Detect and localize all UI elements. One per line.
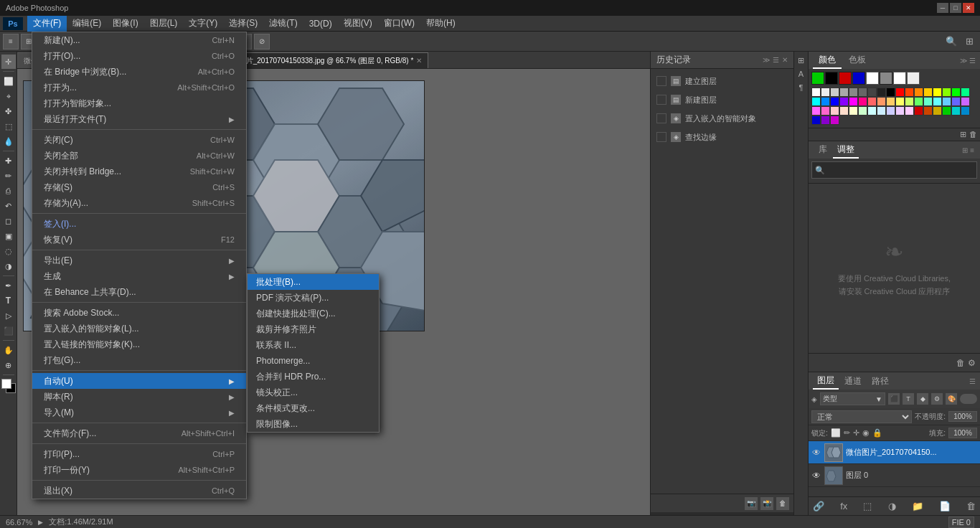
blend-mode-select[interactable]: 正常 bbox=[811, 410, 912, 423]
hand-tool[interactable]: ✋ bbox=[1, 343, 16, 357]
filter-icon-btn3[interactable]: ◆ bbox=[917, 393, 928, 405]
gradient-tool[interactable]: ▣ bbox=[1, 229, 16, 243]
ps-r1[interactable] bbox=[895, 88, 905, 97]
3d-mode-btn5[interactable]: ⊘ bbox=[254, 34, 270, 50]
ps-vlbl1[interactable] bbox=[886, 106, 895, 116]
filter-icon-btn1[interactable]: ⬛ bbox=[888, 393, 900, 405]
ps-dpu1[interactable] bbox=[821, 116, 830, 125]
ps-cy1[interactable] bbox=[811, 97, 821, 106]
ps-g3[interactable] bbox=[839, 88, 849, 97]
ps-dlb1[interactable] bbox=[961, 106, 970, 116]
swatch-blue[interactable] bbox=[852, 72, 865, 85]
menu-file[interactable]: 文件(F) bbox=[27, 16, 67, 32]
ps-lmg1[interactable] bbox=[811, 106, 821, 116]
ps-gn1[interactable] bbox=[951, 88, 961, 97]
path-select-tool[interactable]: ▷ bbox=[1, 308, 16, 323]
sm-photomerge[interactable]: Photomerge... bbox=[248, 353, 379, 369]
link-layers-btn[interactable]: 🔗 bbox=[813, 501, 824, 512]
brush-tool[interactable]: ✏ bbox=[1, 169, 16, 183]
layer-1-vis[interactable]: 👁 bbox=[811, 448, 821, 458]
sm-cond-mode[interactable]: 条件模式更改... bbox=[248, 400, 379, 416]
fm-close-all[interactable]: 关闭全部 Alt+Ctrl+W bbox=[32, 148, 246, 164]
tab-2-close[interactable]: ✕ bbox=[416, 57, 422, 65]
fill-input[interactable] bbox=[948, 428, 977, 438]
swatch-gray[interactable] bbox=[880, 72, 892, 85]
ps-dbl1[interactable] bbox=[811, 116, 821, 125]
ps-pu1[interactable] bbox=[839, 97, 849, 106]
menu-select[interactable]: 选择(S) bbox=[223, 16, 263, 32]
color-menu-icon[interactable]: ☰ bbox=[969, 57, 976, 65]
library-tab[interactable]: 库 bbox=[814, 142, 831, 159]
ps-dy1[interactable] bbox=[933, 106, 942, 116]
tool-opt-1[interactable]: ≡ bbox=[3, 34, 19, 50]
lib-trash-btn[interactable]: 🗑 bbox=[956, 358, 965, 368]
sm-crop-photos[interactable]: 裁剪并修齐照片 bbox=[248, 321, 379, 337]
swatch-red[interactable] bbox=[839, 72, 852, 85]
fm-automate[interactable]: 自动(U) ▶ bbox=[32, 373, 246, 389]
ps-lpu1[interactable] bbox=[961, 97, 970, 106]
fm-open-as[interactable]: 打开为... Alt+Shift+Ctrl+O bbox=[32, 80, 246, 95]
ps-lgn1[interactable] bbox=[914, 97, 923, 106]
fm-bridge[interactable]: 在 Bridge 中浏览(B)... Alt+Ctrl+O bbox=[32, 64, 246, 80]
menu-filter[interactable]: 滤镜(T) bbox=[263, 16, 303, 32]
dodge-tool[interactable]: ◑ bbox=[1, 259, 16, 273]
color-tab-palette[interactable]: 色板 bbox=[843, 52, 872, 69]
layers-tab-channels[interactable]: 通道 bbox=[840, 374, 866, 389]
fm-search-stock[interactable]: 搜索 Adobe Stock... bbox=[32, 305, 246, 321]
grid-icon[interactable]: ⊞ bbox=[961, 34, 977, 50]
menu-text[interactable]: 文字(Y) bbox=[183, 16, 223, 32]
ps-llb1[interactable] bbox=[942, 97, 951, 106]
clone-tool[interactable]: ⎙ bbox=[1, 184, 16, 198]
menu-layer[interactable]: 图层(L) bbox=[144, 16, 184, 32]
filter-icon-btn4[interactable]: ⚙ bbox=[931, 393, 943, 405]
fm-exit[interactable]: 退出(X) Ctrl+Q bbox=[32, 483, 246, 499]
fm-revert[interactable]: 恢复(V) F12 bbox=[32, 232, 246, 248]
ps-lpk1[interactable] bbox=[821, 106, 830, 116]
ps-vly1[interactable] bbox=[849, 106, 858, 116]
text-tool[interactable]: T bbox=[1, 293, 16, 308]
fm-print-one[interactable]: 打印一份(Y) Alt+Shift+Ctrl+P bbox=[32, 462, 246, 478]
history-brush-tool[interactable]: ↶ bbox=[1, 199, 16, 213]
quick-select-tool[interactable]: ✤ bbox=[1, 104, 16, 118]
lasso-tool[interactable]: ⌖ bbox=[1, 89, 16, 103]
marquee-tool[interactable]: ⬜ bbox=[1, 74, 16, 88]
menu-image[interactable]: 图像(I) bbox=[107, 16, 143, 32]
lock-paint-btn[interactable]: ✏ bbox=[844, 428, 850, 438]
ps-vlpu1[interactable] bbox=[895, 106, 905, 116]
fg-bg-colors[interactable] bbox=[1, 379, 16, 393]
add-mask-btn[interactable]: ⬚ bbox=[863, 501, 872, 512]
tab-2[interactable]: 微信图片_20170704150338.jpg @ 66.7% (图层 0, R… bbox=[218, 52, 429, 68]
menu-edit[interactable]: 编辑(E) bbox=[67, 16, 107, 32]
restore-btn[interactable]: □ bbox=[950, 3, 961, 13]
fm-checkin[interactable]: 签入(I)... bbox=[32, 216, 246, 232]
fm-save[interactable]: 存储(S) Ctrl+S bbox=[32, 179, 246, 195]
ps-y1[interactable] bbox=[923, 88, 933, 97]
ps-g7[interactable] bbox=[877, 88, 886, 97]
ps-lb1[interactable] bbox=[821, 97, 830, 106]
new-swatch-btn[interactable]: ⊞ bbox=[960, 130, 966, 139]
fm-package[interactable]: 打包(G)... bbox=[32, 352, 246, 368]
sm-fit-image[interactable]: 限制图像... bbox=[248, 416, 379, 432]
rtool-2[interactable]: A bbox=[796, 68, 807, 80]
color-collapse-icon[interactable]: ≫ bbox=[960, 57, 967, 65]
history-item-1[interactable]: ▤ 建立图层 bbox=[651, 72, 793, 90]
fm-generate[interactable]: 生成 ▶ bbox=[32, 268, 246, 284]
zoom-tool[interactable]: ⊕ bbox=[1, 358, 16, 372]
eyedrop-tool[interactable]: 💧 bbox=[1, 134, 16, 148]
move-tool[interactable]: ✛ bbox=[1, 55, 16, 69]
ps-bl1[interactable] bbox=[830, 97, 839, 106]
ps-ly1[interactable] bbox=[895, 97, 905, 106]
eraser-tool[interactable]: ◻ bbox=[1, 214, 16, 228]
heal-tool[interactable]: ✚ bbox=[1, 154, 16, 168]
history-delete-btn[interactable]: 🗑 bbox=[776, 497, 789, 510]
search-icon[interactable]: 🔍 bbox=[943, 34, 959, 50]
new-layer-btn[interactable]: 📄 bbox=[939, 501, 951, 512]
menu-window[interactable]: 窗口(W) bbox=[378, 16, 420, 32]
history-close-icon[interactable]: ✕ bbox=[782, 56, 788, 64]
delete-swatch-btn[interactable]: 🗑 bbox=[969, 130, 977, 139]
shape-tool[interactable]: ⬛ bbox=[1, 324, 16, 338]
layers-menu-icon[interactable]: ☰ bbox=[969, 377, 976, 385]
ps-mg1[interactable] bbox=[849, 97, 858, 106]
layer-row-2[interactable]: 👁 图层 0 bbox=[809, 464, 980, 487]
ps-vlmg1[interactable] bbox=[905, 106, 914, 116]
